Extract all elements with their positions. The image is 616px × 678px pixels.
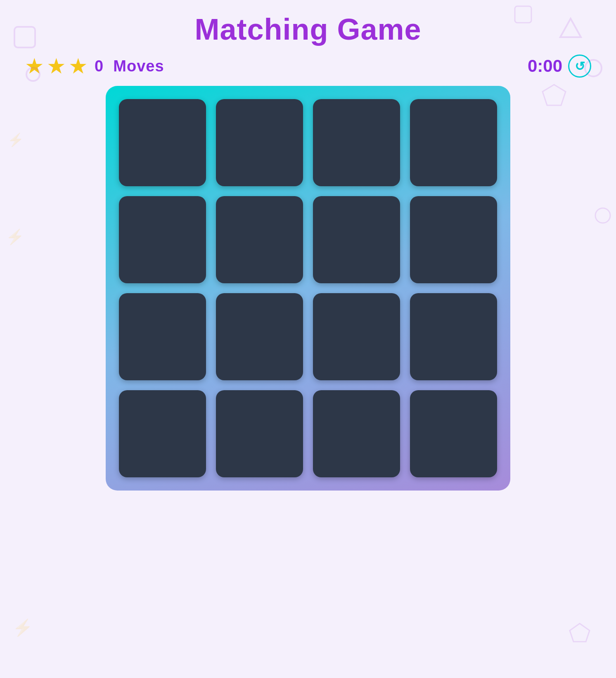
stars-display: ★ ★ ★ xyxy=(25,55,88,77)
deco-shape-mr1 xyxy=(594,206,612,225)
deco-shape-br1 xyxy=(569,622,591,645)
card-4[interactable] xyxy=(410,99,497,186)
svg-text:⚡: ⚡ xyxy=(12,618,33,637)
card-13[interactable] xyxy=(119,390,206,477)
star-2: ★ xyxy=(47,55,66,77)
svg-marker-5 xyxy=(543,85,566,105)
star-1: ★ xyxy=(25,55,44,77)
card-2[interactable] xyxy=(216,99,303,186)
deco-shape-tl3: ⚡ xyxy=(7,132,22,147)
card-16[interactable] xyxy=(410,390,497,477)
card-14[interactable] xyxy=(216,390,303,477)
card-1[interactable] xyxy=(119,99,206,186)
svg-point-8 xyxy=(595,208,610,223)
deco-shape-ml1: ⚡ xyxy=(6,227,24,245)
reset-button[interactable]: ↺ xyxy=(568,55,591,78)
card-12[interactable] xyxy=(410,293,497,380)
moves-count: 0 xyxy=(95,57,104,75)
card-5[interactable] xyxy=(119,196,206,283)
deco-shape-bl1: ⚡ xyxy=(12,616,33,637)
svg-marker-10 xyxy=(570,623,590,642)
card-grid xyxy=(119,99,497,477)
svg-text:⚡: ⚡ xyxy=(7,132,22,147)
card-15[interactable] xyxy=(313,390,400,477)
deco-shape-tr3 xyxy=(542,83,566,107)
page-title: Matching Game xyxy=(0,0,616,55)
game-board xyxy=(106,86,510,491)
card-3[interactable] xyxy=(313,99,400,186)
timer-display: 0:00 xyxy=(528,56,562,76)
timer-reset-group: 0:00 ↺ xyxy=(528,55,591,78)
svg-text:⚡: ⚡ xyxy=(6,228,24,245)
card-6[interactable] xyxy=(216,196,303,283)
star-3: ★ xyxy=(69,55,88,77)
card-10[interactable] xyxy=(216,293,303,380)
card-11[interactable] xyxy=(313,293,400,380)
card-7[interactable] xyxy=(313,196,400,283)
moves-label: Moves xyxy=(113,57,164,75)
card-9[interactable] xyxy=(119,293,206,380)
stars-moves-group: ★ ★ ★ 0 Moves xyxy=(25,55,164,77)
card-8[interactable] xyxy=(410,196,497,283)
moves-count-label: 0 Moves xyxy=(95,57,164,75)
stats-bar: ★ ★ ★ 0 Moves 0:00 ↺ xyxy=(0,55,616,78)
